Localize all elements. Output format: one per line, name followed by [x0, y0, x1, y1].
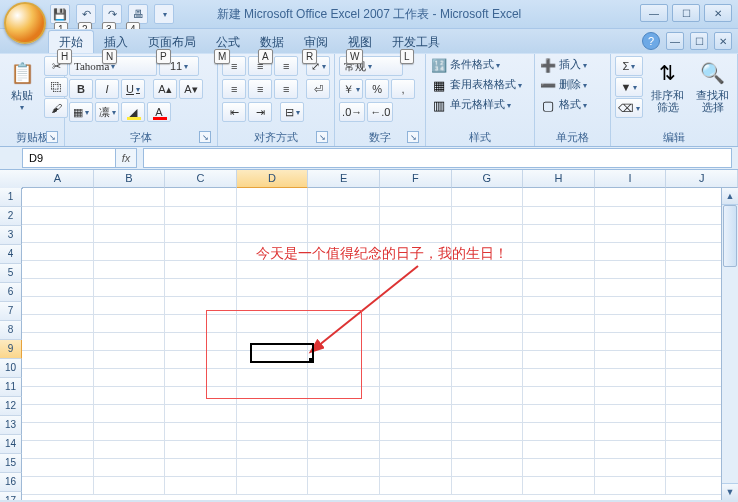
cell[interactable]: [523, 260, 595, 279]
cell[interactable]: [237, 332, 309, 351]
font-color-icon[interactable]: A: [147, 102, 171, 122]
format-cells-button[interactable]: ▢格式: [539, 96, 587, 114]
cell[interactable]: [165, 278, 237, 297]
column-header[interactable]: F: [380, 170, 452, 188]
cell[interactable]: [523, 224, 595, 243]
cell[interactable]: [308, 458, 380, 477]
cell[interactable]: [165, 188, 237, 207]
cell[interactable]: [308, 206, 380, 225]
cell[interactable]: [595, 368, 667, 387]
cell[interactable]: [452, 440, 524, 459]
shrink-font-icon[interactable]: A▾: [179, 79, 203, 99]
align-left-icon[interactable]: ≡: [222, 79, 246, 99]
grow-font-icon[interactable]: A▴: [153, 79, 177, 99]
tab-review[interactable]: 审阅 R: [294, 31, 338, 53]
cell[interactable]: [452, 422, 524, 441]
cell[interactable]: [452, 332, 524, 351]
row-header[interactable]: 5: [0, 264, 22, 283]
row-header[interactable]: 4: [0, 245, 22, 264]
cell[interactable]: [380, 332, 452, 351]
cell[interactable]: [380, 224, 452, 243]
cell[interactable]: [22, 242, 94, 261]
cell[interactable]: [595, 260, 667, 279]
column-header[interactable]: C: [165, 170, 237, 188]
comma-format-icon[interactable]: ,: [391, 79, 415, 99]
cell[interactable]: [523, 188, 595, 207]
column-header[interactable]: H: [523, 170, 595, 188]
cell[interactable]: [308, 404, 380, 423]
cell[interactable]: [452, 278, 524, 297]
bold-button[interactable]: B: [69, 79, 93, 99]
cell[interactable]: [380, 404, 452, 423]
cell[interactable]: [308, 188, 380, 207]
cell[interactable]: [595, 188, 667, 207]
cell[interactable]: [380, 314, 452, 333]
cell[interactable]: [237, 314, 309, 333]
cell[interactable]: [380, 296, 452, 315]
cell[interactable]: [595, 332, 667, 351]
cell[interactable]: [380, 476, 452, 495]
alignment-launcher-icon[interactable]: ↘: [316, 131, 328, 143]
cell[interactable]: [452, 314, 524, 333]
column-header[interactable]: D: [237, 170, 309, 188]
increase-indent-icon[interactable]: ⇥: [248, 102, 272, 122]
cell[interactable]: [237, 440, 309, 459]
cell[interactable]: [380, 206, 452, 225]
cell[interactable]: [308, 476, 380, 495]
cell[interactable]: [237, 224, 309, 243]
cell[interactable]: [22, 368, 94, 387]
tab-dev[interactable]: 开发工具 L: [382, 31, 450, 53]
row-header[interactable]: 8: [0, 321, 22, 340]
cell[interactable]: [380, 368, 452, 387]
cell[interactable]: [380, 350, 452, 369]
cell[interactable]: [94, 242, 166, 261]
borders-icon[interactable]: ▦: [69, 102, 93, 122]
column-header[interactable]: B: [94, 170, 166, 188]
cell[interactable]: [22, 314, 94, 333]
sort-filter-button[interactable]: ⇅ 排序和 筛选: [647, 56, 688, 116]
conditional-format-button[interactable]: 🔢条件格式: [430, 56, 500, 74]
accounting-format-icon[interactable]: ￥: [339, 79, 363, 99]
cell[interactable]: [308, 332, 380, 351]
row-header[interactable]: 6: [0, 283, 22, 302]
cell[interactable]: [237, 206, 309, 225]
cell[interactable]: [22, 350, 94, 369]
cell[interactable]: [595, 386, 667, 405]
cell[interactable]: [94, 476, 166, 495]
column-header[interactable]: A: [22, 170, 94, 188]
cell[interactable]: [308, 368, 380, 387]
cell[interactable]: [308, 224, 380, 243]
cell[interactable]: [523, 458, 595, 477]
cell[interactable]: [308, 350, 380, 369]
cell[interactable]: [237, 476, 309, 495]
tab-data[interactable]: 数据 A: [250, 31, 294, 53]
cell[interactable]: [165, 476, 237, 495]
cell[interactable]: [452, 368, 524, 387]
italic-button[interactable]: I: [95, 79, 119, 99]
align-right-icon[interactable]: ≡: [274, 79, 298, 99]
cell[interactable]: [523, 278, 595, 297]
scroll-down-icon[interactable]: ▼: [722, 483, 738, 500]
tab-home[interactable]: 开始 H: [48, 30, 94, 53]
cell[interactable]: [523, 440, 595, 459]
cell[interactable]: [94, 314, 166, 333]
cell[interactable]: [22, 296, 94, 315]
doc-minimize-icon[interactable]: —: [666, 32, 684, 50]
phonetic-icon[interactable]: 凛: [95, 102, 119, 122]
cell[interactable]: [595, 278, 667, 297]
cell[interactable]: [165, 404, 237, 423]
cell[interactable]: [237, 278, 309, 297]
cell[interactable]: [308, 296, 380, 315]
cell[interactable]: [165, 386, 237, 405]
cell[interactable]: [94, 440, 166, 459]
cell[interactable]: [94, 278, 166, 297]
cell[interactable]: [165, 260, 237, 279]
tab-layout[interactable]: 页面布局 P: [138, 31, 206, 53]
cell[interactable]: [523, 296, 595, 315]
row-header[interactable]: 7: [0, 302, 22, 321]
cell[interactable]: [165, 422, 237, 441]
format-as-table-button[interactable]: ▦套用表格格式: [430, 76, 522, 94]
cell[interactable]: [308, 386, 380, 405]
cell[interactable]: [22, 206, 94, 225]
cell[interactable]: [22, 188, 94, 207]
